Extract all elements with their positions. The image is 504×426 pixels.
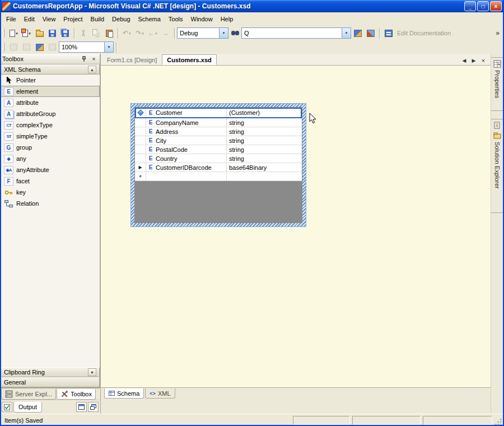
table-header-row[interactable]: E Customer (Customer) xyxy=(135,108,302,118)
find-combo[interactable]: Q ▾ xyxy=(241,27,351,39)
toolbar-grip[interactable] xyxy=(3,29,4,38)
toolbar-grip[interactable] xyxy=(3,43,4,52)
edit-documentation-button[interactable] xyxy=(382,27,395,39)
table-row-current[interactable]: ▶ E CustomerIDBarcode base64Binary xyxy=(135,163,302,172)
table-new-row[interactable]: * xyxy=(135,172,302,181)
dropdown-arrow-icon[interactable]: ▾ xyxy=(29,31,31,35)
menu-view[interactable]: View xyxy=(39,13,60,25)
tab-solution-explorer[interactable]: Solution Explorer xyxy=(491,119,503,213)
row-selector[interactable] xyxy=(135,108,146,118)
toolbox-section-xml-schema[interactable]: XML Schema ▲ xyxy=(1,64,100,75)
tab-server-explorer[interactable]: Server Expl... xyxy=(1,389,56,400)
pin-icon[interactable] xyxy=(80,55,88,63)
schema-tool-button-3[interactable] xyxy=(33,41,46,53)
tab-schema-view[interactable]: Schema xyxy=(104,388,144,399)
menu-file[interactable]: File xyxy=(2,13,20,25)
add-item-button[interactable]: ▾ xyxy=(20,27,33,39)
field-name-cell[interactable]: City xyxy=(155,136,227,145)
toolbox-item-anyattribute[interactable]: ◆A anyAttribute xyxy=(1,164,100,175)
navigate-forward-button[interactable]: → xyxy=(159,27,172,39)
row-selector[interactable] xyxy=(135,145,146,154)
field-type-cell[interactable]: string xyxy=(227,127,302,136)
output-float-button[interactable] xyxy=(88,402,99,412)
toolbox-item-facet[interactable]: F facet xyxy=(1,175,100,187)
field-type-cell[interactable]: string xyxy=(227,145,302,154)
field-name-cell[interactable]: Address xyxy=(155,127,227,136)
zoom-combo[interactable]: 100% ▾ xyxy=(59,41,114,53)
toolbox-item-key[interactable]: key xyxy=(1,187,100,198)
field-name-cell[interactable]: PostalCode xyxy=(155,145,227,154)
tab-output[interactable]: Output xyxy=(13,402,42,413)
menu-edit[interactable]: Edit xyxy=(20,13,39,25)
paste-button[interactable] xyxy=(102,27,115,39)
toolbox-item-attributegroup[interactable]: A attributeGroup xyxy=(1,108,100,119)
command-window-button[interactable] xyxy=(364,27,377,39)
tab-form1-design[interactable]: Form1.cs [Design] xyxy=(102,54,162,65)
table-row[interactable]: E City string xyxy=(135,136,302,145)
close-document-icon[interactable]: × xyxy=(479,57,487,64)
toolbar-overflow-button[interactable]: » xyxy=(493,29,502,37)
element-name-cell[interactable]: Customer xyxy=(155,108,227,118)
tab-xml-view[interactable]: <> XML xyxy=(145,388,175,399)
undo-button[interactable]: ↶▾ xyxy=(120,27,133,39)
schema-tool-button-4[interactable] xyxy=(46,41,59,53)
close-button[interactable]: × xyxy=(490,1,502,11)
row-selector[interactable]: ▶ xyxy=(135,163,146,172)
toolbox-section-clipboard-ring[interactable]: Clipboard Ring ▼ xyxy=(1,367,100,377)
scroll-tabs-left-icon[interactable]: ◀ xyxy=(460,58,468,63)
find-in-files-button[interactable] xyxy=(351,27,364,39)
menu-help[interactable]: Help xyxy=(217,13,237,25)
navigate-back-button[interactable]: ←▾ xyxy=(146,27,159,39)
output-dock-button[interactable] xyxy=(76,402,87,412)
find-button[interactable] xyxy=(228,27,241,39)
solution-configurations-combo[interactable]: Debug ▾ xyxy=(177,27,228,39)
save-all-button[interactable] xyxy=(59,27,72,39)
scroll-down-icon[interactable]: ▼ xyxy=(88,368,96,376)
menu-window[interactable]: Window xyxy=(187,13,217,25)
row-selector[interactable] xyxy=(135,127,146,136)
toolbox-item-attribute[interactable]: A attribute xyxy=(1,97,100,108)
table-row[interactable]: E Country string xyxy=(135,154,302,163)
toolbox-item-any[interactable]: ◆ any xyxy=(1,153,100,164)
scroll-up-icon[interactable]: ▲ xyxy=(88,66,96,73)
scroll-tabs-right-icon[interactable]: ▶ xyxy=(470,58,478,63)
menu-build[interactable]: Build xyxy=(87,13,108,25)
field-type-cell[interactable]: string xyxy=(227,118,302,127)
combo-dropdown-icon[interactable]: ▾ xyxy=(342,28,351,38)
field-name-cell[interactable]: CompanyName xyxy=(155,118,227,127)
combo-dropdown-icon[interactable]: ▾ xyxy=(104,42,113,52)
maximize-button[interactable]: □ xyxy=(477,1,489,11)
row-selector[interactable] xyxy=(135,118,146,127)
redo-button[interactable]: ↷▾ xyxy=(133,27,146,39)
resize-grip[interactable] xyxy=(494,418,502,426)
toolbox-item-element[interactable]: E element xyxy=(1,86,100,97)
menu-project[interactable]: Project xyxy=(59,13,86,25)
dropdown-arrow-icon[interactable]: ▾ xyxy=(16,31,18,35)
toolbox-item-relation[interactable]: Relation xyxy=(1,198,100,209)
field-name-cell[interactable] xyxy=(155,172,227,180)
tab-properties[interactable]: Properties xyxy=(491,57,503,111)
customer-element-table[interactable]: E Customer (Customer) E CompanyName stri… xyxy=(130,103,306,227)
row-selector[interactable] xyxy=(135,136,146,145)
copy-button[interactable] xyxy=(90,27,102,39)
schema-tool-button-1[interactable] xyxy=(7,41,20,53)
field-name-cell[interactable]: CustomerIDBarcode xyxy=(155,163,227,172)
toolbox-item-simpletype[interactable]: ST simpleType xyxy=(1,131,100,142)
close-icon[interactable]: × xyxy=(90,55,98,63)
toolbox-section-general[interactable]: General xyxy=(1,377,100,387)
open-file-button[interactable] xyxy=(33,27,46,39)
tab-toolbox[interactable]: Toolbox xyxy=(57,389,96,400)
element-type-cell[interactable]: (Customer) xyxy=(227,108,302,118)
table-row[interactable]: E PostalCode string xyxy=(135,145,302,154)
row-selector[interactable]: * xyxy=(135,172,146,180)
xsd-design-surface[interactable]: E Customer (Customer) E CompanyName stri… xyxy=(101,66,491,387)
schema-tool-button-2[interactable] xyxy=(20,41,33,53)
field-type-cell[interactable]: string xyxy=(227,154,302,163)
cut-button[interactable] xyxy=(77,27,90,39)
field-type-cell[interactable] xyxy=(227,172,302,180)
field-type-cell[interactable]: base64Binary xyxy=(227,163,302,172)
table-row[interactable]: E CompanyName string xyxy=(135,118,302,127)
combo-dropdown-icon[interactable]: ▾ xyxy=(219,28,228,38)
field-name-cell[interactable]: Country xyxy=(155,154,227,163)
row-selector[interactable] xyxy=(135,154,146,163)
